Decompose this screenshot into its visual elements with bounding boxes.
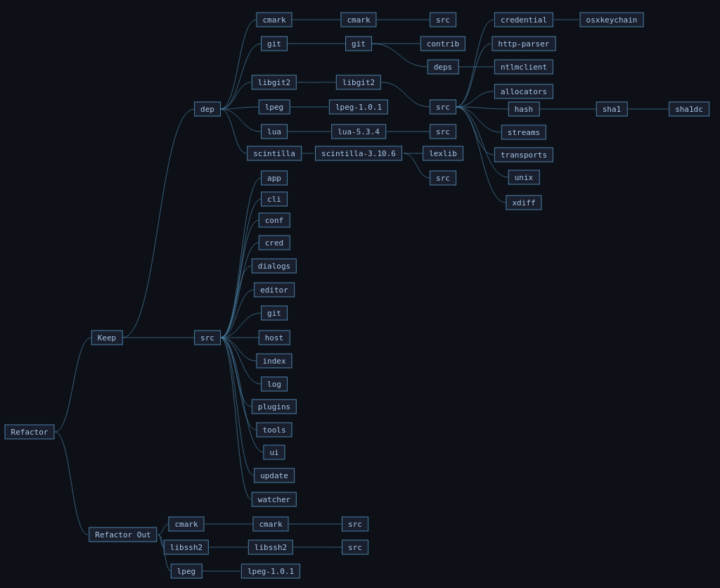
node-osxkeychain: osxkeychain: [580, 13, 644, 27]
node-libgit2_2: libgit2: [336, 75, 381, 90]
node-tools: tools: [256, 423, 292, 437]
edge-src_libgit2-credential: [456, 20, 494, 107]
node-hash: hash: [508, 102, 540, 117]
node-unix: unix: [508, 170, 540, 185]
node-sha1: sha1: [596, 102, 628, 117]
edge-src_main-conf: [221, 220, 259, 338]
node-cmark_ro2: cmark: [252, 517, 288, 532]
node-plugins: plugins: [252, 400, 297, 414]
node-editor: editor: [254, 283, 295, 298]
edge-src_main-dialogs: [221, 266, 252, 338]
node-allocators: allocators: [494, 84, 553, 99]
node-app: app: [261, 171, 288, 186]
node-contrib: contrib: [420, 37, 465, 51]
edge-src_libgit2-unix: [456, 107, 509, 177]
node-update: update: [254, 468, 295, 483]
node-streams: streams: [501, 125, 546, 140]
edge-src_main-watcher: [221, 338, 252, 499]
node-lexlib: lexlib: [423, 146, 463, 161]
node-http_parser: http-parser: [492, 37, 556, 51]
node-libssh2_ro: libssh2: [164, 540, 209, 555]
edge-src_main-update: [221, 338, 255, 475]
node-lua_dep: lua: [261, 124, 288, 139]
node-src_cmark: src: [430, 13, 456, 27]
node-scintilla2: scintilla-3.10.6: [315, 146, 402, 161]
edge-src_libgit2-allocators: [456, 91, 494, 107]
node-libgit2_dep: libgit2: [252, 75, 297, 90]
node-watcher: watcher: [252, 492, 297, 507]
node-git_src: git: [261, 306, 288, 321]
node-RefactorOut: Refactor Out: [89, 528, 157, 542]
edge-src_main-cred: [221, 243, 259, 338]
node-lua2: lua-5.3.4: [331, 124, 386, 139]
node-cmark2: cmark: [340, 13, 376, 27]
node-index: index: [256, 354, 292, 369]
node-log: log: [261, 377, 288, 392]
edge-Keep-dep: [122, 109, 195, 338]
node-src_cmark_ro: src: [342, 517, 368, 532]
node-cli: cli: [261, 192, 288, 207]
node-cred: cred: [259, 236, 290, 250]
edge-src_main-app: [221, 178, 262, 338]
edge-src_libgit2-streams: [456, 107, 501, 132]
node-src_main: src: [194, 331, 221, 345]
edge-RefactorOut-libssh2_ro: [158, 535, 164, 547]
edge-src_libgit2-hash: [456, 107, 509, 109]
node-src_libssh2_ro: src: [342, 540, 368, 555]
node-dialogs: dialogs: [252, 259, 297, 274]
edge-src_main-plugins: [221, 338, 252, 407]
node-cmark_ro: cmark: [168, 517, 204, 532]
node-lpeg2: lpeg-1.0.1: [329, 100, 388, 115]
edge-src_main-editor: [221, 290, 255, 338]
edge-dep-libgit2_dep: [221, 82, 252, 109]
edge-dep-lua_dep: [221, 109, 262, 132]
node-git2: git: [345, 37, 372, 51]
edge-dep-lpeg_dep: [221, 107, 259, 109]
node-cmark_dep: cmark: [256, 13, 292, 27]
edge-src_main-git_src: [221, 313, 262, 338]
edge-src_main-tools: [221, 338, 257, 430]
edge-dep-scintilla_dep: [221, 109, 247, 153]
node-transports: transports: [494, 148, 553, 162]
edge-Refactor-RefactorOut: [55, 432, 88, 535]
node-lpeg_ro: lpeg: [171, 564, 202, 579]
edge-git2-deps: [372, 44, 428, 67]
node-src_lua: src: [430, 124, 456, 139]
node-credential: credential: [494, 13, 553, 27]
node-src_libgit2: src: [430, 100, 456, 115]
edge-src_main-index: [221, 338, 257, 361]
node-lpeg_dep: lpeg: [259, 100, 290, 115]
edge-libgit2_2-src_libgit2: [382, 82, 430, 107]
node-ntlmclient: ntlmclient: [494, 60, 553, 75]
edge-dep-cmark_dep: [221, 20, 257, 109]
edge-Refactor-Keep: [55, 338, 91, 432]
node-ui: ui: [263, 445, 285, 460]
node-xdiff: xdiff: [506, 196, 541, 210]
node-scintilla_dep: scintilla: [247, 146, 302, 161]
edge-src_libgit2-http_parser: [456, 44, 491, 107]
node-git_dep: git: [261, 37, 288, 51]
node-dep: dep: [194, 102, 221, 117]
node-host: host: [259, 331, 290, 345]
edge-RefactorOut-cmark_ro: [158, 524, 169, 535]
node-Keep: Keep: [91, 331, 123, 345]
node-libssh2_ro2: libssh2: [248, 540, 293, 555]
node-src_scintilla: src: [430, 171, 456, 186]
node-deps: deps: [428, 60, 459, 75]
node-Refactor: Refactor: [5, 425, 55, 440]
node-lpeg_ro2: lpeg-1.0.1: [241, 564, 300, 579]
graph-container: RefactorKeepRefactor Outdepsrccmarkgitli…: [0, 0, 720, 588]
edge-src_main-log: [221, 338, 262, 384]
node-conf: conf: [259, 213, 290, 228]
node-sha1dc: sha1dc: [669, 102, 709, 117]
